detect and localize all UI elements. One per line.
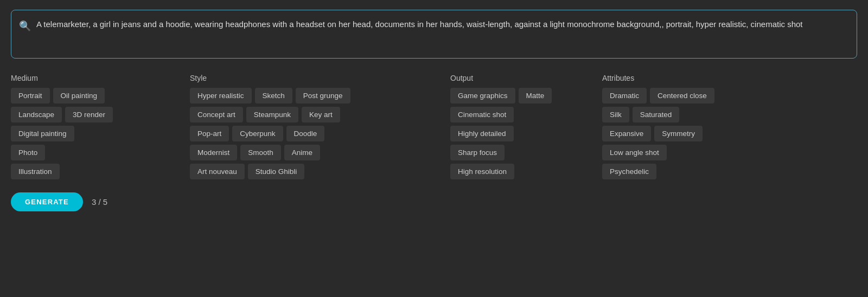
tags-grid-attributes: DramaticCentered closeSilkSaturatedExpan… bbox=[602, 88, 857, 179]
tag[interactable]: Highly detailed bbox=[450, 126, 514, 141]
category-output: OutputGame graphicsMatteCinematic shotHi… bbox=[450, 74, 602, 179]
search-icon: 🔍 bbox=[19, 20, 31, 32]
tags-row: Low angle shot bbox=[602, 145, 857, 160]
tag[interactable]: Illustration bbox=[11, 164, 60, 179]
tags-row: Highly detailed bbox=[450, 126, 591, 141]
tag[interactable]: Landscape bbox=[11, 107, 62, 122]
tag[interactable]: Portrait bbox=[11, 88, 50, 104]
tag[interactable]: Matte bbox=[519, 88, 552, 104]
tag[interactable]: Oil painting bbox=[53, 88, 105, 104]
tags-row: ExpansiveSymmetry bbox=[602, 126, 857, 141]
tags-row: Psychedelic bbox=[602, 164, 857, 179]
tags-row: Pop-artCyberpunkDoodle bbox=[190, 126, 434, 141]
search-box[interactable]: 🔍 A telemarketer, a girl in jeans and a … bbox=[11, 10, 857, 59]
tag[interactable]: Cinematic shot bbox=[450, 107, 514, 122]
tag[interactable]: Psychedelic bbox=[602, 164, 656, 179]
tags-row: Sharp focus bbox=[450, 145, 591, 160]
tags-row: Digital painting bbox=[11, 126, 174, 141]
tags-row: Art nouveauStudio Ghibli bbox=[190, 164, 434, 179]
categories-row: MediumPortraitOil paintingLandscape3D re… bbox=[11, 74, 857, 179]
tags-row: Landscape3D render bbox=[11, 107, 174, 122]
tags-row: PortraitOil painting bbox=[11, 88, 174, 104]
tag[interactable]: Silk bbox=[602, 107, 629, 122]
tag[interactable]: Symmetry bbox=[654, 126, 703, 141]
tags-row: DramaticCentered close bbox=[602, 88, 857, 104]
tag[interactable]: Concept art bbox=[190, 107, 243, 122]
tags-grid-style: Hyper realisticSketchPost grungeConcept … bbox=[190, 88, 434, 179]
tag[interactable]: Photo bbox=[11, 145, 45, 160]
category-title-attributes: Attributes bbox=[602, 74, 857, 82]
tags-row: Game graphicsMatte bbox=[450, 88, 591, 104]
generate-button[interactable]: GENERATE bbox=[11, 192, 83, 211]
tag[interactable]: Dramatic bbox=[602, 88, 647, 104]
tag[interactable]: Game graphics bbox=[450, 88, 515, 104]
category-title-style: Style bbox=[190, 74, 434, 82]
tag[interactable]: Centered close bbox=[650, 88, 714, 104]
counter: 3 / 5 bbox=[92, 197, 107, 206]
tag[interactable]: Digital painting bbox=[11, 126, 74, 141]
tag[interactable]: Expansive bbox=[602, 126, 651, 141]
tag[interactable]: Hyper realistic bbox=[190, 88, 252, 104]
tags-row: SilkSaturated bbox=[602, 107, 857, 122]
tags-grid-medium: PortraitOil paintingLandscape3D renderDi… bbox=[11, 88, 174, 179]
tag[interactable]: 3D render bbox=[65, 107, 113, 122]
tag[interactable]: Steampunk bbox=[246, 107, 298, 122]
category-attributes: AttributesDramaticCentered closeSilkSatu… bbox=[602, 74, 857, 179]
tag[interactable]: Pop-art bbox=[190, 126, 229, 141]
category-title-medium: Medium bbox=[11, 74, 174, 82]
tags-row: Cinematic shot bbox=[450, 107, 591, 122]
category-style: StyleHyper realisticSketchPost grungeCon… bbox=[190, 74, 450, 179]
category-title-output: Output bbox=[450, 74, 591, 82]
tag[interactable]: Doodle bbox=[286, 126, 325, 141]
tag[interactable]: Anime bbox=[284, 145, 320, 160]
tags-row: Hyper realisticSketchPost grunge bbox=[190, 88, 434, 104]
tag[interactable]: Modernist bbox=[190, 145, 237, 160]
tag[interactable]: Low angle shot bbox=[602, 145, 667, 160]
tag[interactable]: Smooth bbox=[240, 145, 281, 160]
tag[interactable]: Sharp focus bbox=[450, 145, 505, 160]
tags-row: High resolution bbox=[450, 164, 591, 179]
tag[interactable]: High resolution bbox=[450, 164, 514, 179]
tags-row: Illustration bbox=[11, 164, 174, 179]
tag[interactable]: Saturated bbox=[633, 107, 680, 122]
category-medium: MediumPortraitOil paintingLandscape3D re… bbox=[11, 74, 190, 179]
tags-row: ModernistSmoothAnime bbox=[190, 145, 434, 160]
tag[interactable]: Studio Ghibli bbox=[248, 164, 305, 179]
search-text: A telemarketer, a girl in jeans and a ho… bbox=[36, 18, 848, 31]
tags-row: Concept artSteampunkKey art bbox=[190, 107, 434, 122]
bottom-bar: GENERATE 3 / 5 bbox=[11, 192, 857, 211]
tag[interactable]: Key art bbox=[302, 107, 340, 122]
tags-grid-output: Game graphicsMatteCinematic shotHighly d… bbox=[450, 88, 591, 179]
tag[interactable]: Sketch bbox=[255, 88, 292, 104]
tag[interactable]: Cyberpunk bbox=[232, 126, 283, 141]
tag[interactable]: Art nouveau bbox=[190, 164, 245, 179]
tags-row: Photo bbox=[11, 145, 174, 160]
tag[interactable]: Post grunge bbox=[296, 88, 350, 104]
